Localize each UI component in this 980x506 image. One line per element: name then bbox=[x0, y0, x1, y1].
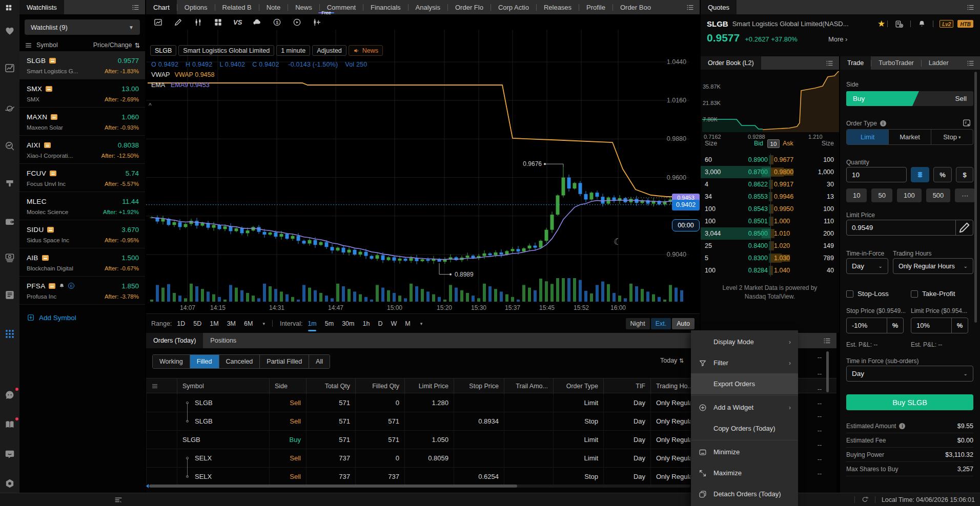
chart-tab-corp-actio[interactable]: Corp Actio bbox=[491, 0, 536, 14]
stop-loss-checkbox[interactable]: Stop-Loss bbox=[846, 290, 889, 298]
session-auto[interactable]: Auto bbox=[672, 318, 695, 329]
tab-order-book-l2[interactable]: Order Book (L2) bbox=[701, 56, 761, 70]
l2-level-count[interactable]: 10 bbox=[767, 139, 780, 148]
orders-col-Filled Qty[interactable]: Filled Qty bbox=[355, 378, 404, 394]
interval-30m[interactable]: 30m bbox=[342, 320, 354, 327]
trade-tab-ladder[interactable]: Ladder bbox=[922, 56, 956, 70]
buy-sell-toggle[interactable]: Buy Sell bbox=[846, 91, 973, 106]
submit-buy-button[interactable]: Buy SLGB bbox=[846, 394, 973, 410]
menu-item-detach-orders-today-[interactable]: Detach Orders (Today) bbox=[691, 483, 798, 504]
candlestick-chart[interactable]: 0.96760.89891.04401.01600.98800.96000.90… bbox=[146, 30, 700, 311]
orders-col-Side[interactable]: Side bbox=[269, 378, 306, 394]
menu-item-display-mode[interactable]: Display Mode› bbox=[691, 331, 798, 352]
more-link[interactable]: More › bbox=[828, 35, 848, 43]
orders-filter-all[interactable]: All bbox=[309, 355, 330, 368]
learn-icon[interactable] bbox=[4, 419, 15, 430]
chart-adjusted-chip[interactable]: Adjusted bbox=[312, 45, 346, 56]
interval-more-icon[interactable]: ▾ bbox=[420, 321, 423, 326]
feedback-icon[interactable] bbox=[4, 449, 15, 460]
watchlist-row-aib[interactable]: AIB1.500Blockchain DigitalAfter: -0.67% bbox=[19, 248, 145, 277]
l2-row[interactable]: 3,0000.87000.98001,000 bbox=[701, 166, 839, 178]
refresh-icon[interactable] bbox=[861, 496, 869, 503]
buy-side-button[interactable]: Buy bbox=[846, 91, 919, 106]
interval-1m[interactable]: 1m bbox=[308, 320, 316, 327]
orders-col-handle[interactable] bbox=[146, 378, 177, 394]
alert-bell-icon[interactable] bbox=[917, 19, 926, 28]
menu-item-minimize[interactable]: Minimize bbox=[691, 441, 798, 462]
watchlist-row-aixi[interactable]: AIXI0.8038Xiao-I Corporati...After: -12.… bbox=[19, 136, 145, 164]
tab-quotes[interactable]: Quotes bbox=[701, 0, 737, 14]
quantity-shares-mode-button[interactable] bbox=[911, 167, 929, 182]
info-icon[interactable]: i bbox=[899, 423, 905, 429]
lv2-badge[interactable]: Lv2 bbox=[940, 20, 953, 28]
edit-pencil-icon[interactable] bbox=[955, 220, 973, 235]
menu-item-export-orders[interactable]: Export Orders bbox=[691, 373, 798, 394]
chart-symbol[interactable]: SLGB bbox=[150, 45, 176, 56]
quantity-preset-100[interactable]: 100 bbox=[897, 188, 922, 202]
quantity-dollar-mode-button[interactable]: $ bbox=[956, 167, 973, 182]
screener-icon[interactable] bbox=[4, 140, 15, 152]
take-profit-pct-input[interactable]: 10%% bbox=[911, 318, 968, 333]
interval-d[interactable]: D bbox=[378, 320, 382, 327]
collapse-list-icon[interactable] bbox=[114, 495, 123, 504]
order-type-limit[interactable]: Limit bbox=[847, 130, 888, 144]
orders-row-selx-sell[interactable]: SELXSell7377370.6254StopDayOnly Regular … bbox=[146, 468, 690, 486]
news-chip[interactable]: News bbox=[349, 45, 383, 56]
session-night[interactable]: Night bbox=[626, 318, 650, 329]
l2-row[interactable]: 1000.82841.04040 bbox=[701, 264, 839, 277]
l2-row[interactable]: 40.86220.991730 bbox=[701, 178, 839, 191]
tab-watchlists[interactable]: Watchlists bbox=[19, 0, 64, 14]
watchlist-row-pfsa[interactable]: PFSAE1.850Profusa IncAfter: -3.78% bbox=[19, 277, 145, 305]
trading-hours-select[interactable]: Only Regular Hours⌄ bbox=[893, 258, 973, 274]
money-icon[interactable] bbox=[4, 252, 15, 263]
chart-tab-profile[interactable]: Profile bbox=[579, 0, 612, 14]
wallet-icon[interactable] bbox=[4, 216, 15, 227]
chat-icon[interactable] bbox=[4, 389, 15, 400]
tab-orders-today[interactable]: Orders (Today) bbox=[146, 333, 203, 348]
chart-tab-financials[interactable]: Financials bbox=[363, 0, 408, 14]
orders-filter-working[interactable]: Working bbox=[153, 355, 190, 368]
orders-row-slgb-sell[interactable]: SLGBSell5715710.8934StopDayOnly Regular … bbox=[146, 412, 690, 431]
quantity-input[interactable]: 10 bbox=[846, 167, 907, 182]
chart-tab-analysis[interactable]: Analysis bbox=[409, 0, 447, 14]
draw-icon[interactable] bbox=[173, 17, 183, 27]
menu-item-filter[interactable]: Filter› bbox=[691, 352, 798, 373]
orders-col-Symbol[interactable]: Symbol bbox=[177, 378, 269, 394]
apps-icon[interactable] bbox=[4, 328, 15, 340]
orders-col-Trail Amo...[interactable]: Trail Amo... bbox=[504, 378, 553, 394]
l2-row[interactable]: 3,0440.85001.010200 bbox=[701, 227, 839, 240]
trade-tab-turbotrader[interactable]: TurboTrader bbox=[871, 56, 921, 70]
orders-col-Stop Price[interactable]: Stop Price bbox=[454, 378, 504, 394]
orders-period[interactable]: Today ⇅ bbox=[660, 357, 684, 364]
watchlist-selector[interactable]: Watchlist (9) ▼ bbox=[25, 19, 140, 35]
markets-icon[interactable] bbox=[4, 62, 15, 74]
watchlist-row-fcuv[interactable]: FCUV5.74Focus Unvl IncAfter: -5.57% bbox=[19, 164, 145, 192]
chart-style-icon[interactable] bbox=[153, 17, 163, 27]
session-ext[interactable]: Ext. bbox=[651, 318, 671, 329]
range-6m[interactable]: 6M bbox=[244, 320, 253, 327]
quantity-preset-500[interactable]: 500 bbox=[926, 188, 951, 202]
range-1m[interactable]: 1M bbox=[210, 320, 218, 327]
discover-icon[interactable] bbox=[4, 103, 15, 114]
add-to-orderbook-icon[interactable] bbox=[894, 19, 904, 29]
orders-row-selx-sell[interactable]: SELXSell73700.8059LimitDayOnly Regular H… bbox=[146, 449, 690, 468]
tif-sub-select[interactable]: Day⌄ bbox=[846, 366, 973, 382]
l2-row[interactable]: 250.84001.020149 bbox=[701, 240, 839, 252]
chart-interval-chip[interactable]: 1 minute bbox=[276, 45, 310, 56]
watchlist-row-maxn[interactable]: MAXN1.060Maxeon SolarAfter: -0.93% bbox=[19, 108, 145, 136]
sort-icon[interactable]: ⇅ bbox=[135, 41, 140, 49]
trade-menu-icon[interactable] bbox=[966, 59, 975, 68]
column-price-change[interactable]: Price/Change bbox=[93, 41, 132, 49]
news-icon[interactable] bbox=[4, 289, 15, 301]
chart-tabs-overflow-icon[interactable] bbox=[686, 3, 695, 12]
quantity-percent-mode-button[interactable]: % bbox=[933, 167, 952, 182]
trade-scrollbar[interactable] bbox=[974, 72, 977, 323]
chart-tab-order-boo[interactable]: Order Boo bbox=[613, 0, 658, 14]
l2-row[interactable]: 50.83001.030789 bbox=[701, 252, 839, 264]
menu-item-maximize[interactable]: Maximize bbox=[691, 462, 798, 483]
chart-tab-note[interactable]: Note bbox=[259, 0, 288, 14]
quantity-preset-···[interactable]: ··· bbox=[955, 188, 975, 202]
orders-hscrollbar[interactable] bbox=[149, 484, 690, 488]
chart-tab-news[interactable]: News bbox=[288, 0, 319, 14]
chart-tab-chart[interactable]: Chart bbox=[146, 0, 177, 14]
